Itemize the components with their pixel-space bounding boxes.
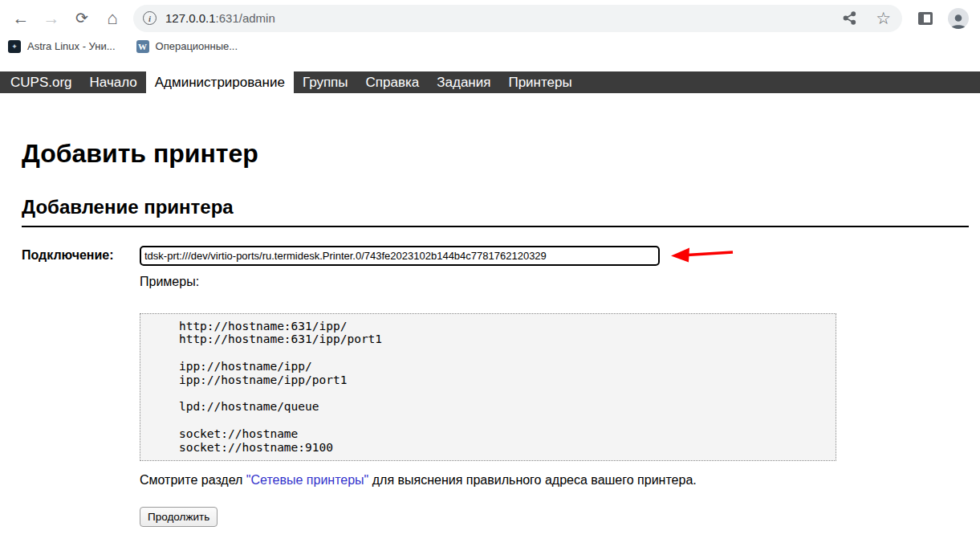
forward-icon[interactable]: → [42,9,61,28]
bookmarks-bar: ✦ Astra Linux - Уни... W Операционные... [0,36,980,56]
nav-item-jobs[interactable]: Задания [428,71,499,93]
continue-button[interactable]: Продолжить [140,507,218,527]
bookmark-label: Astra Linux - Уни... [27,40,116,52]
hint-suffix: для выяснения правильного адреса вашего … [368,473,696,487]
profile-avatar-icon[interactable] [948,8,969,29]
nav-item-cups-org[interactable]: CUPS.org [2,71,81,93]
home-icon[interactable]: ⌂ [103,9,122,28]
section-title: Добавление принтера [22,197,969,226]
connection-uri-input[interactable] [140,246,660,266]
page-content: Добавить принтер Добавление принтера Под… [0,140,980,527]
bookmark-label: Операционные... [156,40,238,52]
page-info-icon[interactable]: i [143,11,157,25]
red-arrow-annotation [669,245,735,267]
nav-item-help[interactable]: Справка [357,71,429,93]
side-panel-icon[interactable] [918,12,933,25]
page-title: Добавить принтер [22,140,969,168]
bookmark-astra-linux[interactable]: ✦ Astra Linux - Уни... [8,40,116,53]
connection-field-column: Примеры: http://hostname:631/ipp/ http:/… [140,245,969,527]
connection-examples-box: http://hostname:631/ipp/ http://hostname… [140,313,836,461]
nav-item-administration[interactable]: Администрирование [146,71,294,93]
address-bar[interactable]: i 127.0.0.1:631/admin ☆ [133,5,902,32]
network-printers-link[interactable]: "Сетевые принтеры" [246,473,368,487]
back-icon[interactable]: ← [11,9,30,28]
url-path: :631/admin [216,11,275,25]
connection-form-row: Подключение: Примеры: http://hostname:63… [22,245,969,527]
hint-prefix: Смотрите раздел [140,473,246,487]
examples-label: Примеры: [140,275,969,289]
nav-item-home[interactable]: Начало [81,71,146,93]
url-host: 127.0.0.1 [165,11,216,25]
reload-icon[interactable]: ⟳ [72,9,91,28]
browser-toolbar: ← → ⟳ ⌂ i 127.0.0.1:631/admin ☆ [0,0,980,36]
url-text[interactable]: 127.0.0.1:631/admin [165,11,843,25]
network-printers-hint: Смотрите раздел "Сетевые принтеры" для в… [140,473,969,488]
wikipedia-favicon-icon: W [136,40,149,53]
nav-item-classes[interactable]: Группы [294,71,357,93]
bookmark-wikipedia[interactable]: W Операционные... [136,40,238,53]
share-icon[interactable] [843,11,856,25]
astra-favicon-icon: ✦ [8,40,21,53]
bookmark-star-icon[interactable]: ☆ [876,10,891,27]
nav-item-printers[interactable]: Принтеры [499,71,580,93]
connection-label: Подключение: [22,245,140,263]
cups-nav-bar: CUPS.org Начало Администрирование Группы… [0,71,980,93]
